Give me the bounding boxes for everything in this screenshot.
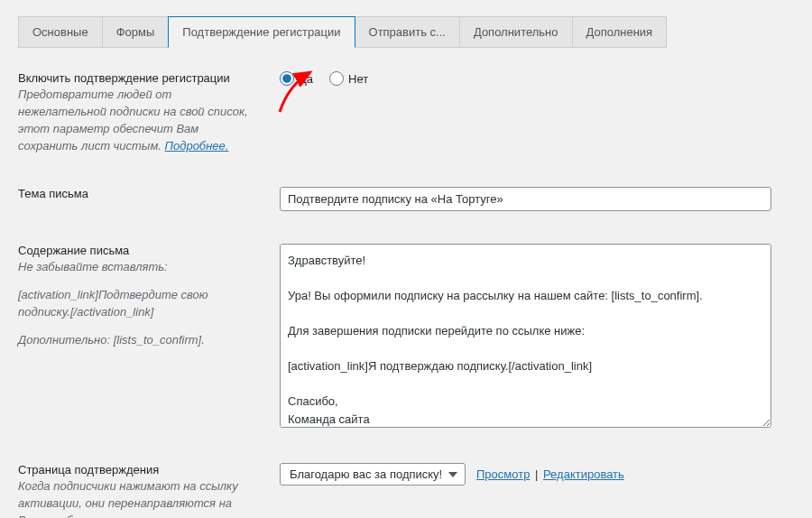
radio-no-label[interactable]: Нет: [348, 72, 368, 86]
content-label: Содержание письма: [18, 244, 262, 257]
content-code-example: [activation_link]Подтвердите свою подпис…: [18, 287, 262, 321]
radio-no[interactable]: [329, 71, 344, 86]
content-code-additional: Дополнительно: [lists_to_confirm].: [18, 332, 262, 349]
row-content: Содержание письма Не забывайте вставлять…: [18, 227, 794, 447]
link-separator: |: [535, 467, 538, 481]
radio-yes[interactable]: [280, 71, 294, 86]
edit-link[interactable]: Редактировать: [543, 467, 624, 481]
content-hint: Не забывайте вставлять:: [18, 259, 262, 276]
tab-confirmation[interactable]: Подтверждение регистрации: [168, 16, 355, 48]
tab-basic[interactable]: Основные: [18, 16, 103, 48]
row-subject: Тема письма: [18, 171, 794, 227]
learn-more-link[interactable]: Подробнее.: [165, 139, 229, 153]
tab-advanced[interactable]: Дополнительно: [459, 16, 573, 48]
subject-label: Тема письма: [18, 187, 262, 200]
radio-yes-label[interactable]: Да: [299, 72, 313, 86]
enable-radio-group: Да Нет: [280, 71, 794, 86]
row-confirmation-page: Страница подтверждения Когда подписчики …: [18, 447, 794, 518]
page-description: Когда подписчики нажимают на ссылку акти…: [18, 478, 262, 518]
subject-input[interactable]: [280, 187, 771, 211]
enable-description: Предотвратите людей от нежелательной под…: [18, 87, 262, 154]
page-links: Просмотр | Редактировать: [476, 467, 624, 481]
tab-addons[interactable]: Дополнения: [572, 16, 668, 48]
tab-send[interactable]: Отправить с...: [355, 16, 460, 48]
enable-label: Включить подтверждение регистрации: [18, 71, 262, 85]
tab-forms[interactable]: Формы: [102, 16, 170, 48]
row-enable-confirmation: Включить подтверждение регистрации Предо…: [18, 48, 794, 171]
page-select[interactable]: Благодарю вас за подписку!: [280, 463, 466, 486]
preview-link[interactable]: Просмотр: [476, 467, 530, 481]
settings-tabs: Основные Формы Подтверждение регистрации…: [18, 16, 794, 48]
page-label: Страница подтверждения: [18, 463, 262, 476]
content-textarea[interactable]: [280, 244, 771, 428]
